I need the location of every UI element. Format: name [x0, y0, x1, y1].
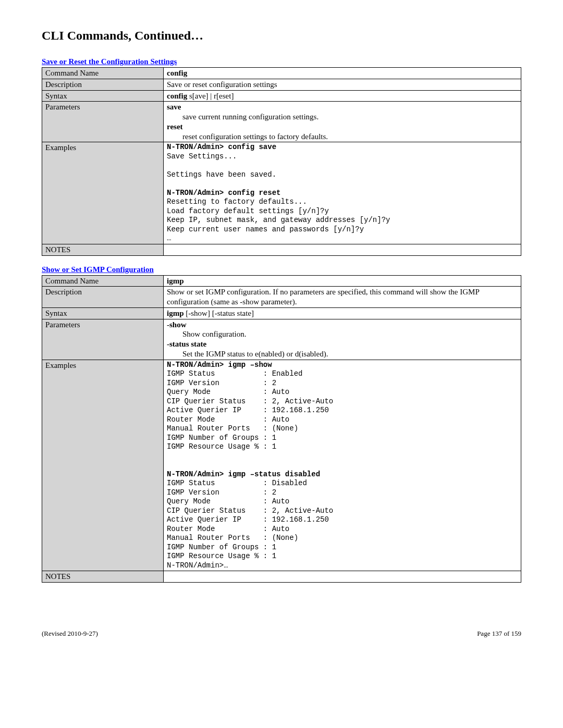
cmd1-syntax-value: igmp [-show] [-status state] [164, 307, 521, 319]
page-title: CLI Commands, Continued… [42, 29, 521, 43]
cmd0-notes-label: NOTES [42, 244, 164, 255]
cmd0-parameters-label: Parameters [42, 102, 164, 142]
cmd0-param2-desc: reset configuration settings to factory … [167, 132, 518, 142]
cmd1-parameters-value: -show Show configuration. -status state … [164, 319, 521, 360]
command-table-0: Command Name config Description Save or … [42, 67, 521, 256]
cmd1-notes-label: NOTES [42, 571, 164, 583]
cmd1-syntax-label: Syntax [42, 307, 164, 319]
page-footer: (Revised 2010-9-27) Page 137 of 159 [42, 630, 521, 638]
cmd0-syntax-label: Syntax [42, 90, 164, 102]
cmd1-param1-desc: Show configuration. [167, 329, 518, 339]
cmd0-examples-value: N-TRON/Admin> config save Save Settings.… [164, 142, 521, 244]
command-table-1: Command Name igmp Description Show or se… [42, 275, 521, 583]
cmd0-param2-name: reset [167, 122, 183, 131]
cmd1-command-name-label: Command Name [42, 275, 164, 287]
cmd1-examples-value: N-TRON/Admin> igmp –show IGMP Status : E… [164, 360, 521, 571]
footer-revised: (Revised 2010-9-27) [42, 630, 98, 638]
cmd1-command-name-value: igmp [164, 275, 521, 287]
cmd1-param1-name: -show [167, 320, 187, 329]
cmd0-parameters-value: save save current running configuration … [164, 102, 521, 142]
cmd0-param1-desc: save current running configuration setti… [167, 112, 518, 122]
cmd0-param1-name: save [167, 103, 181, 111]
cmd0-description-label: Description [42, 79, 164, 90]
cmd0-syntax-value: config s[ave] | r[eset] [164, 90, 521, 102]
cmd1-parameters-label: Parameters [42, 319, 164, 360]
cmd0-examples-label: Examples [42, 142, 164, 244]
cmd1-param2-name: -status state [167, 340, 206, 348]
cmd0-command-name-label: Command Name [42, 68, 164, 79]
cmd0-notes-value [164, 244, 521, 255]
cmd1-description-value: Show or set IGMP configuration. If no pa… [164, 287, 521, 308]
cmd1-notes-value [164, 571, 521, 583]
cmd1-description-label: Description [42, 287, 164, 308]
cmd1-param2-desc: Set the IGMP status to e(nabled) or d(is… [167, 349, 518, 359]
cmd0-command-name-value: config [164, 68, 521, 79]
footer-page-number: Page 137 of 159 [477, 630, 521, 638]
section-title-0: Save or Reset the Configuration Settings [42, 57, 521, 66]
section-title-1: Show or Set IGMP Configuration [42, 265, 521, 274]
cmd1-examples-label: Examples [42, 360, 164, 571]
cmd0-description-value: Save or reset configuration settings [164, 79, 521, 90]
